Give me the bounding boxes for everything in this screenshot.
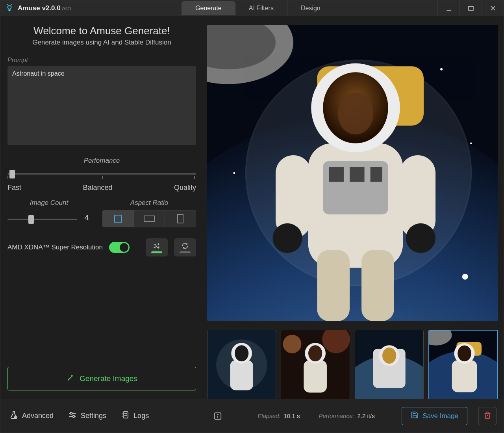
tab-generate[interactable]: Generate (182, 1, 235, 15)
refresh-button[interactable] (174, 238, 196, 256)
svg-rect-7 (469, 6, 473, 10)
svg-point-69 (217, 414, 218, 414)
svg-rect-22 (329, 167, 344, 182)
svg-point-41 (283, 335, 302, 353)
aspect-ratio-group (102, 210, 196, 227)
svg-rect-26 (361, 250, 394, 321)
main-tabs: Generate AI Filters Design (182, 1, 334, 15)
save-icon (411, 411, 419, 421)
svg-point-15 (233, 172, 235, 174)
window-close-button[interactable] (482, 0, 504, 16)
svg-point-29 (272, 223, 302, 253)
svg-point-34 (338, 93, 373, 134)
aspect-ratio-landscape[interactable] (134, 210, 165, 227)
performance-stat-value: 2.2 it/s (357, 413, 374, 419)
info-button[interactable] (212, 410, 224, 422)
generate-images-button[interactable]: Generate Images (7, 367, 196, 390)
performance-max-label: Quality (174, 184, 196, 192)
super-resolution-toggle[interactable] (109, 242, 130, 253)
left-panel: Welcome to Amuse Generate! Generate imag… (0, 16, 207, 400)
prompt-label: Prompt (7, 57, 196, 64)
svg-point-13 (440, 68, 443, 71)
prompt-input[interactable] (7, 66, 196, 145)
shuffle-button[interactable] (146, 238, 168, 256)
app-logo-icon (5, 4, 14, 13)
trash-icon (484, 411, 491, 420)
elapsed-label: Elapsed: (258, 413, 280, 419)
svg-point-0 (7, 6, 11, 9)
aspect-ratio-label: Aspect Ratio (102, 199, 196, 207)
svg-line-5 (11, 4, 12, 5)
right-panel (207, 16, 504, 400)
performance-slider-labels: Fast Balanced Quality (7, 184, 196, 192)
svg-rect-55 (452, 360, 477, 392)
tab-ai-filters[interactable]: AI Filters (235, 1, 287, 15)
performance-stat-label: Performance: (319, 413, 354, 419)
svg-point-14 (470, 143, 472, 145)
thumbnail-4[interactable] (428, 330, 498, 400)
welcome-title: Welcome to Amuse Generate! (7, 25, 196, 37)
delete-button[interactable] (478, 407, 497, 425)
magic-wand-icon (66, 374, 75, 384)
preview-image (207, 25, 498, 321)
svg-rect-37 (230, 360, 253, 390)
sliders-icon (68, 410, 77, 422)
performance-mid-label: Balanced (83, 184, 112, 192)
flask-icon (9, 410, 19, 422)
thumbnail-strip (207, 330, 498, 400)
svg-point-61 (70, 413, 72, 414)
svg-point-2 (8, 6, 9, 7)
svg-point-30 (406, 223, 435, 253)
svg-rect-24 (371, 167, 382, 182)
svg-point-57 (458, 346, 471, 362)
thumbnail-3[interactable] (355, 330, 424, 400)
svg-point-50 (382, 348, 396, 364)
save-image-button[interactable]: Save Image (402, 407, 467, 425)
app-title: Amuse v2.0.0beta (18, 4, 71, 12)
logs-icon (120, 410, 130, 422)
svg-rect-43 (304, 360, 327, 392)
svg-point-39 (235, 345, 248, 361)
svg-rect-23 (350, 167, 365, 182)
settings-button[interactable]: Settings (66, 408, 108, 424)
window-controls (437, 0, 504, 16)
performance-min-label: Fast (7, 184, 21, 192)
elapsed-value: 10.1 s (284, 413, 300, 419)
window-minimize-button[interactable] (437, 0, 460, 16)
aspect-ratio-square[interactable] (103, 210, 134, 227)
performance-slider[interactable] (7, 169, 196, 180)
image-count-label: Image Count (7, 199, 91, 207)
welcome-subtitle: Generate images using AI and Stable Diff… (7, 39, 196, 46)
svg-rect-64 (123, 412, 128, 418)
svg-point-59 (15, 417, 16, 418)
svg-rect-25 (317, 250, 350, 321)
tab-design[interactable]: Design (287, 1, 334, 15)
svg-rect-1 (8, 9, 11, 11)
super-resolution-label: AMD XDNA™ Super Resolution (7, 243, 103, 251)
svg-point-63 (73, 416, 75, 418)
window-maximize-button[interactable] (460, 0, 482, 16)
svg-line-4 (7, 4, 8, 5)
thumbnail-1[interactable] (207, 330, 276, 400)
advanced-button[interactable]: Advanced (7, 408, 55, 424)
aspect-ratio-portrait[interactable] (165, 210, 196, 227)
performance-label: Perfomance (7, 157, 196, 165)
svg-point-3 (10, 6, 11, 7)
image-count-value: 4 (83, 213, 91, 222)
svg-point-45 (308, 345, 322, 361)
thumbnail-2[interactable] (281, 330, 350, 400)
image-count-slider[interactable] (7, 214, 77, 225)
footer-bar: Advanced Settings Logs Elapsed: 10.1 s P… (0, 399, 504, 433)
svg-point-16 (462, 274, 468, 280)
logs-button[interactable]: Logs (119, 408, 150, 424)
title-bar: Amuse v2.0.0beta Generate AI Filters Des… (0, 0, 504, 16)
